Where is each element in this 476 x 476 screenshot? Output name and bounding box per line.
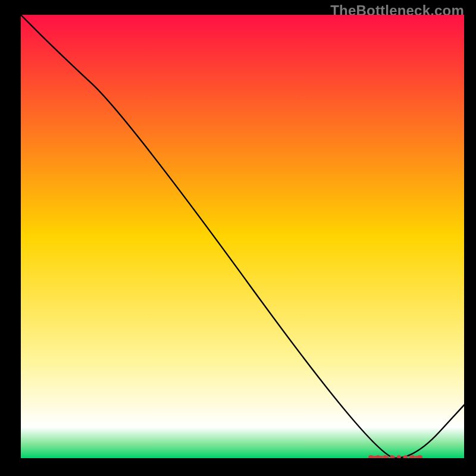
- gradient-background: [21, 15, 464, 458]
- plot-area: [21, 15, 464, 458]
- chart-frame: TheBottleneck.com: [0, 0, 476, 476]
- chart-svg: [21, 15, 464, 458]
